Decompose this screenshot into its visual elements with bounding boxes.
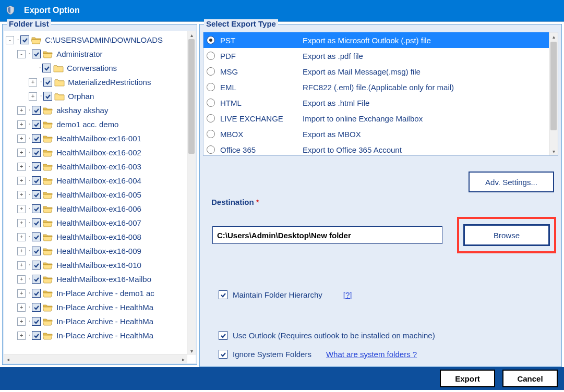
tree-node-item-4[interactable]: +·HealthMailbox-ex16-003 <box>6 160 187 174</box>
hierarchy-help-link[interactable]: [?] <box>343 290 352 299</box>
tree-node-conversations[interactable]: ·Conversations <box>6 61 187 75</box>
tree-checkbox[interactable] <box>32 120 41 129</box>
tree-node-admin[interactable]: -·Administrator <box>6 47 187 61</box>
tree-node-item-0[interactable]: +·akshay akshay <box>6 103 187 117</box>
expand-icon[interactable]: + <box>29 92 37 101</box>
tree-node-item-2[interactable]: +·HealthMailbox-ex16-001 <box>6 131 187 145</box>
scroll-thumb[interactable] <box>188 39 195 154</box>
tree-node-item-13[interactable]: +·In-Place Archive - demo1 ac <box>6 286 187 300</box>
tree-checkbox[interactable] <box>32 204 41 213</box>
scroll-thumb[interactable] <box>550 42 557 130</box>
expand-icon[interactable]: + <box>17 317 26 326</box>
tree-node-orphan[interactable]: +·Orphan <box>6 89 187 103</box>
tree-node-item-11[interactable]: +·HealthMailbox-ex16-010 <box>6 258 187 272</box>
adv-settings-button[interactable]: Adv. Settings... <box>469 172 554 192</box>
expand-icon[interactable]: + <box>17 289 26 298</box>
tree-checkbox[interactable] <box>32 275 41 284</box>
tree-node-item-14[interactable]: +·In-Place Archive - HealthMa <box>6 300 187 314</box>
tree-checkbox[interactable] <box>32 106 41 115</box>
tree-checkbox[interactable] <box>43 78 52 87</box>
scroll-right-arrow-icon[interactable]: ▸ <box>179 355 187 363</box>
tree-checkbox[interactable] <box>32 317 41 326</box>
export-button[interactable]: Export <box>440 370 495 387</box>
tree-vertical-scrollbar[interactable]: ▴ ▾ <box>187 31 196 355</box>
folder-tree[interactable]: -·C:\USERS\ADMIN\DOWNLOADS-·Administrato… <box>4 31 187 355</box>
export-type-pdf[interactable]: PDFExport as .pdf file <box>203 48 549 64</box>
tree-node-item-7[interactable]: +·HealthMailbox-ex16-006 <box>6 202 187 216</box>
tree-checkbox[interactable] <box>42 64 51 72</box>
expand-icon[interactable]: + <box>17 219 26 227</box>
collapse-icon[interactable]: - <box>6 36 14 44</box>
radio-button[interactable] <box>207 67 215 76</box>
cancel-button[interactable]: Cancel <box>502 370 558 387</box>
collapse-icon[interactable]: - <box>17 50 26 58</box>
radio-button[interactable] <box>207 36 215 44</box>
tree-node-item-6[interactable]: +·HealthMailbox-ex16-005 <box>6 188 187 202</box>
tree-node-root[interactable]: -·C:\USERS\ADMIN\DOWNLOADS <box>6 33 187 47</box>
tree-checkbox[interactable] <box>32 331 41 340</box>
radio-button[interactable] <box>207 99 215 107</box>
expand-icon[interactable]: + <box>17 233 26 241</box>
scroll-down-arrow-icon[interactable]: ▾ <box>549 147 558 155</box>
scroll-down-arrow-icon[interactable]: ▾ <box>187 347 196 355</box>
tree-node-item-1[interactable]: +·demo1 acc. demo <box>6 117 187 131</box>
scroll-up-arrow-icon[interactable]: ▴ <box>549 32 558 41</box>
tree-checkbox[interactable] <box>43 92 52 101</box>
expand-icon[interactable]: + <box>17 205 26 213</box>
radio-button[interactable] <box>207 83 215 91</box>
tree-checkbox[interactable] <box>32 176 41 185</box>
ignore-system-folders-option[interactable]: Ignore System Folders What are system fo… <box>219 350 417 359</box>
tree-node-item-8[interactable]: +·HealthMailbox-ex16-007 <box>6 216 187 230</box>
export-type-office-365[interactable]: Office 365Export to Office 365 Account <box>203 142 549 155</box>
system-folders-help-link[interactable]: What are system folders ? <box>326 350 417 359</box>
expand-icon[interactable]: + <box>17 303 26 312</box>
tree-checkbox[interactable] <box>32 218 41 227</box>
scroll-up-arrow-icon[interactable]: ▴ <box>187 31 196 39</box>
expand-icon[interactable]: + <box>17 177 26 185</box>
scroll-left-arrow-icon[interactable]: ◂ <box>4 355 12 363</box>
tree-node-item-5[interactable]: +·HealthMailbox-ex16-004 <box>6 174 187 188</box>
tree-node-materialized[interactable]: +·MaterializedRestrictions <box>6 75 187 89</box>
expand-icon[interactable]: + <box>17 275 26 284</box>
expand-icon[interactable]: + <box>29 78 37 87</box>
expand-icon[interactable]: + <box>17 149 26 157</box>
tree-checkbox[interactable] <box>32 134 41 143</box>
radio-button[interactable] <box>207 145 215 154</box>
tree-horizontal-scrollbar[interactable]: ◂ ▸ <box>4 354 187 363</box>
expand-icon[interactable]: + <box>17 332 26 340</box>
expand-icon[interactable]: + <box>17 247 26 255</box>
radio-button[interactable] <box>207 130 215 138</box>
expand-icon[interactable]: + <box>17 106 26 115</box>
tree-node-item-9[interactable]: +·HealthMailbox-ex16-008 <box>6 230 187 244</box>
expand-icon[interactable]: + <box>17 134 26 143</box>
tree-checkbox[interactable] <box>32 232 41 241</box>
destination-input[interactable] <box>212 226 442 244</box>
radio-button[interactable] <box>207 114 215 123</box>
radio-button[interactable] <box>207 52 215 60</box>
maintain-hierarchy-option[interactable]: Maintain Folder Hierarchy [?] <box>219 290 352 299</box>
tree-node-item-10[interactable]: +·HealthMailbox-ex16-009 <box>6 244 187 258</box>
tree-checkbox[interactable] <box>32 247 41 255</box>
maintain-hierarchy-checkbox[interactable] <box>219 290 227 299</box>
tree-checkbox[interactable] <box>32 190 41 199</box>
tree-checkbox[interactable] <box>32 261 41 270</box>
expand-icon[interactable]: + <box>17 191 26 199</box>
export-type-live-exchange[interactable]: LIVE EXCHANGEImport to online Exchange M… <box>203 111 549 126</box>
use-outlook-checkbox[interactable] <box>219 331 227 340</box>
tree-node-item-16[interactable]: +·In-Place Archive - HealthMa <box>6 328 187 342</box>
tree-checkbox[interactable] <box>32 303 41 312</box>
browse-button[interactable]: Browse <box>463 224 550 246</box>
tree-checkbox[interactable] <box>32 289 41 298</box>
tree-node-item-3[interactable]: +·HealthMailbox-ex16-002 <box>6 145 187 160</box>
ignore-system-folders-checkbox[interactable] <box>219 350 227 359</box>
tree-node-item-15[interactable]: +·In-Place Archive - HealthMa <box>6 314 187 328</box>
export-type-html[interactable]: HTMLExport as .html File <box>203 95 549 111</box>
tree-checkbox[interactable] <box>32 162 41 171</box>
tree-checkbox[interactable] <box>32 148 41 157</box>
type-list-scrollbar[interactable]: ▴ ▾ <box>549 32 558 155</box>
export-type-pst[interactable]: PSTExport as Microsoft Outlook (.pst) fi… <box>203 32 549 48</box>
tree-node-item-12[interactable]: +·HealthMailbox-ex16-Mailbo <box>6 272 187 286</box>
tree-checkbox[interactable] <box>32 50 41 58</box>
export-type-msg[interactable]: MSGExport as Mail Message(.msg) file <box>203 64 549 79</box>
use-outlook-option[interactable]: Use Outlook (Requires outlook to be inst… <box>219 331 435 340</box>
